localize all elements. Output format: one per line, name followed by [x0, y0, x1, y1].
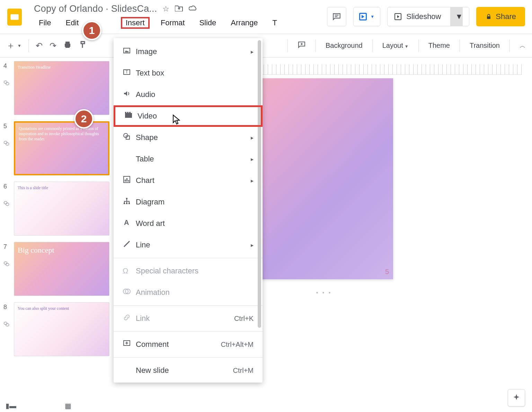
keyboard-shortcut: Ctrl+M — [233, 367, 254, 375]
slide-thumbnail[interactable]: 5Quotations are commonly printed as a me… — [3, 121, 113, 175]
menu-item-label: Audio — [136, 90, 155, 99]
undo-icon[interactable]: ↶ — [36, 41, 43, 51]
menu-item-audio[interactable]: Audio — [114, 84, 263, 105]
svg-rect-1 — [10, 14, 18, 20]
speaker-notes-icon — [3, 321, 10, 329]
toolbar: ＋ ▼ ↶ ↷ BackgroundLayout▼ThemeTransition… — [0, 34, 532, 58]
move-to-drive-icon[interactable] — [175, 5, 183, 14]
star-icon[interactable]: ☆ — [162, 5, 169, 14]
share-label: Share — [496, 12, 516, 21]
comment-icon — [123, 339, 136, 350]
menu-item-label: New slide — [136, 366, 169, 375]
menu-item-text-box[interactable]: TText box — [114, 62, 263, 84]
svg-marker-20 — [125, 50, 129, 52]
menu-item-animation: Animation — [114, 282, 263, 303]
chevron-down-icon[interactable]: ▼ — [450, 7, 463, 26]
chart-icon — [123, 175, 136, 186]
menu-separator — [114, 331, 263, 332]
slide-thumbnail[interactable]: 8You can also split your content — [3, 302, 113, 356]
grid-view-icon[interactable]: ▦ — [65, 402, 71, 410]
title-area: Copy of Orlando · SlidesCa... ☆ FileEdit… — [34, 3, 281, 29]
menu-item-video[interactable]: Video — [114, 105, 263, 127]
header-actions: ▼ Slideshow ▼ Share — [327, 3, 525, 26]
svg-marker-5 — [397, 15, 399, 18]
menu-file[interactable]: File — [35, 17, 54, 29]
menu-item-diagram[interactable]: Diagram — [114, 191, 263, 213]
slide-number: 6 — [3, 182, 12, 190]
anim-icon — [123, 287, 136, 298]
menu-item-label: Word art — [136, 219, 165, 228]
svg-point-18 — [6, 324, 9, 326]
menu-item-image[interactable]: Image▸ — [114, 41, 263, 62]
document-title[interactable]: Copy of Orlando · SlidesCa... — [34, 3, 157, 14]
keyboard-shortcut: Ctrl+Alt+M — [221, 341, 254, 349]
menu-edit[interactable]: Edit — [62, 17, 82, 29]
present-dropdown-button[interactable]: ▼ — [353, 7, 380, 26]
slide-thumbnail[interactable]: 6This is a slide title — [3, 182, 113, 236]
toolbar-layout[interactable]: Layout▼ — [382, 42, 409, 50]
app-header: Copy of Orlando · SlidesCa... ☆ FileEdit… — [0, 0, 532, 29]
filmstrip-view-icon[interactable]: ▮▬ — [6, 402, 16, 410]
menu-item-label: Video — [138, 112, 157, 121]
menu-item-chart[interactable]: Chart▸ — [114, 170, 263, 191]
redo-icon[interactable]: ↷ — [50, 41, 56, 51]
paint-format-icon[interactable] — [79, 41, 87, 51]
menu-insert[interactable]: Insert — [121, 17, 150, 29]
menu-item-line[interactable]: Line▸ — [114, 234, 263, 256]
cloud-status-icon[interactable] — [189, 5, 198, 14]
menu-separator — [114, 305, 263, 306]
svg-point-16 — [6, 263, 9, 266]
menu-item-new-slide[interactable]: New slideCtrl+M — [114, 360, 263, 381]
menu-item-shape[interactable]: Shape▸ — [114, 127, 263, 148]
toolbar-theme[interactable]: Theme — [428, 42, 450, 50]
menu-item-label: Comment — [136, 340, 169, 349]
slideshow-label: Slideshow — [406, 12, 441, 21]
slide-preview: Quotations are commonly printed as a mea… — [14, 121, 109, 175]
share-button[interactable]: Share — [476, 7, 525, 26]
new-slide-button[interactable]: ＋ ▼ — [6, 40, 21, 52]
menu-item-word-art[interactable]: AWord art — [114, 213, 263, 234]
menu-item-comment[interactable]: CommentCtrl+Alt+M — [114, 334, 263, 355]
svg-rect-30 — [125, 179, 126, 182]
slideshow-button[interactable]: Slideshow ▼ — [387, 7, 469, 26]
menu-item-table[interactable]: Table▸ — [114, 148, 263, 170]
print-icon[interactable] — [63, 41, 72, 51]
speaker-notes-icon — [3, 201, 10, 208]
explore-button[interactable] — [508, 389, 525, 406]
svg-rect-24 — [125, 112, 126, 113]
menubar: FileEditViewInsertFormatSlideArrangeT — [34, 17, 281, 29]
annotation-badge-2: 2 — [74, 109, 94, 129]
toolbar-background[interactable]: Background — [326, 42, 363, 50]
insert-comment-icon[interactable] — [298, 41, 306, 51]
submenu-arrow-icon: ▸ — [251, 177, 254, 184]
svg-rect-26 — [129, 112, 131, 113]
slide-number: 4 — [3, 61, 12, 70]
svg-rect-32 — [128, 180, 129, 182]
diagram-icon — [123, 197, 136, 207]
collapse-toolbar-icon[interactable]: ︿ — [520, 42, 526, 50]
slide-thumbnail[interactable]: 7Big concept — [3, 242, 113, 296]
play-in-box-icon — [394, 12, 402, 21]
menu-slide[interactable]: Slide — [196, 17, 220, 29]
main-area: 4Transition Headline5Quotations are comm… — [0, 58, 532, 400]
svg-point-17 — [4, 322, 7, 325]
menu-format[interactable]: Format — [157, 17, 188, 29]
slide-preview: Big concept — [14, 242, 109, 296]
menu-t[interactable]: T — [269, 17, 281, 29]
svg-rect-34 — [124, 203, 125, 204]
menu-item-label: Diagram — [136, 198, 165, 207]
filmstrip[interactable]: 4Transition Headline5Quotations are comm… — [0, 58, 116, 400]
svg-rect-33 — [126, 198, 127, 199]
menu-arrange[interactable]: Arrange — [227, 17, 261, 29]
svg-rect-31 — [126, 178, 127, 182]
slides-logo-icon — [5, 7, 24, 26]
video-icon — [124, 111, 138, 121]
chevron-down-icon: ▼ — [370, 14, 374, 19]
present-icon — [359, 13, 367, 20]
line-icon — [123, 240, 136, 250]
svg-point-12 — [6, 143, 9, 146]
open-comments-button[interactable] — [327, 7, 346, 26]
slide-number: 5 — [3, 121, 12, 130]
slide-thumbnail[interactable]: 4Transition Headline — [3, 61, 113, 115]
toolbar-transition[interactable]: Transition — [470, 42, 500, 50]
